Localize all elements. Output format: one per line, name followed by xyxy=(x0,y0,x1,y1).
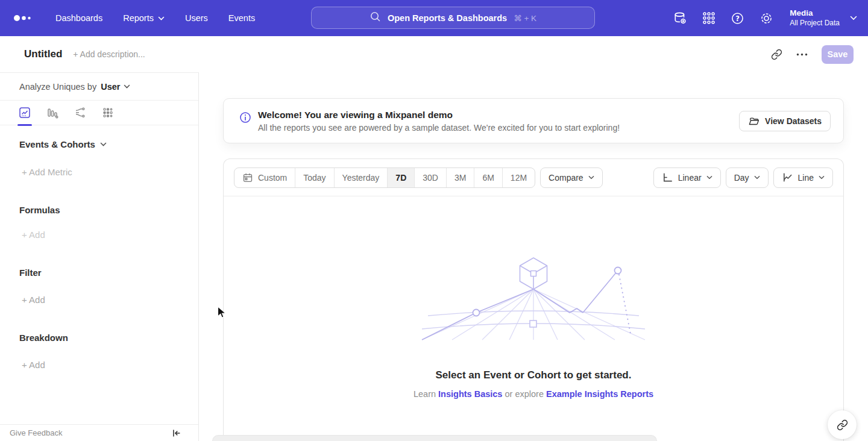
chevron-down-icon xyxy=(706,175,712,180)
learn-prefix: Learn xyxy=(414,389,436,399)
wireframe-illustration xyxy=(419,255,648,347)
global-search[interactable]: Open Reports & Dashboards ⌘ + K xyxy=(311,7,595,29)
search-shortcut: ⌘ + K xyxy=(514,13,536,23)
apps-grid-icon[interactable] xyxy=(702,11,715,25)
give-feedback-link[interactable]: Give Feedback xyxy=(10,428,62,437)
calendar-icon xyxy=(242,172,253,183)
copy-link-icon[interactable] xyxy=(771,49,782,60)
range-6m[interactable]: 6M xyxy=(474,168,502,187)
scale-label: Linear xyxy=(678,173,702,183)
chart-controls: Custom Today Yesterday 7D 30D 3M 6M 12M … xyxy=(224,159,843,196)
tab-bar-chart[interactable] xyxy=(46,101,58,125)
report-description-placeholder[interactable]: + Add description... xyxy=(73,49,145,59)
range-label: 30D xyxy=(423,173,438,183)
add-metric-button[interactable]: + Add Metric xyxy=(0,167,198,177)
settings-icon[interactable] xyxy=(760,11,773,25)
chevron-down-icon xyxy=(819,175,825,180)
or-explore-text: or explore xyxy=(505,389,543,399)
tab-retention-grid[interactable] xyxy=(102,101,114,125)
banner-text: Welcome! You are viewing a Mixpanel demo… xyxy=(258,110,620,133)
scale-dropdown[interactable]: Linear xyxy=(653,167,721,188)
project-name: Media xyxy=(790,8,840,19)
tab-flows[interactable] xyxy=(74,101,86,125)
project-switcher[interactable]: Media All Project Data xyxy=(790,8,840,28)
nav-item-users[interactable]: Users xyxy=(185,13,208,23)
header-actions: Save xyxy=(771,45,854,64)
tab-line-chart[interactable] xyxy=(19,101,31,125)
add-breakdown-button[interactable]: + Add xyxy=(0,360,198,370)
analyze-label: Analyze Uniques by xyxy=(19,82,96,92)
data-management-icon[interactable] xyxy=(673,11,687,25)
range-custom[interactable]: Custom xyxy=(234,168,295,187)
chevron-down-icon xyxy=(124,84,130,89)
mixpanel-logo[interactable] xyxy=(13,14,35,22)
chevron-down-icon xyxy=(850,16,857,20)
compare-label: Compare xyxy=(549,173,583,183)
flows-icon xyxy=(74,107,86,119)
nav-links: Dashboards Reports Users Events xyxy=(55,13,255,23)
chart-type-label: Line xyxy=(798,173,814,183)
chevron-down-icon xyxy=(100,142,107,146)
compare-dropdown[interactable]: Compare xyxy=(540,167,603,188)
analyze-value: User xyxy=(101,82,120,92)
range-label: Today xyxy=(303,173,326,183)
empty-state-links: Learn Insights Basics or explore Example… xyxy=(224,389,843,399)
range-3m[interactable]: 3M xyxy=(446,168,474,187)
interval-label: Day xyxy=(734,173,749,183)
nav-item-reports[interactable]: Reports xyxy=(123,13,165,23)
empty-state: Select an Event or Cohort to get started… xyxy=(224,255,843,399)
range-12m[interactable]: 12M xyxy=(502,168,535,187)
search-placeholder: Open Reports & Dashboards xyxy=(388,13,507,23)
add-formula-button[interactable]: + Add xyxy=(0,230,198,240)
example-insights-reports-link[interactable]: Example Insights Reports xyxy=(546,389,653,399)
demo-banner: Welcome! You are viewing a Mixpanel demo… xyxy=(223,98,844,143)
more-options-icon[interactable] xyxy=(796,53,808,56)
visualization-tabs xyxy=(0,101,198,125)
range-label: 6M xyxy=(482,173,494,183)
events-cohorts-heading[interactable]: Events & Cohorts xyxy=(0,139,198,149)
bottom-sheet-peek[interactable] xyxy=(212,435,657,441)
nav-item-label: Events xyxy=(228,13,255,23)
nav-item-dashboards[interactable]: Dashboards xyxy=(55,13,102,23)
share-link-fab[interactable] xyxy=(828,410,857,439)
analyze-row: Analyze Uniques by User xyxy=(0,73,198,101)
nav-item-label: Dashboards xyxy=(55,13,102,23)
chart-type-dropdown[interactable]: Line xyxy=(773,167,833,188)
view-datasets-button[interactable]: View Datasets xyxy=(739,111,831,131)
save-button[interactable]: Save xyxy=(822,45,854,64)
nav-item-events[interactable]: Events xyxy=(228,13,255,23)
range-label: Yesterday xyxy=(342,173,380,183)
range-label: 7D xyxy=(395,173,406,183)
svg-text:?: ? xyxy=(735,14,740,22)
section-label: Events & Cohorts xyxy=(19,139,95,149)
range-7d-selected[interactable]: 7D xyxy=(387,168,414,187)
project-scope: All Project Data xyxy=(790,19,840,28)
view-datasets-label: View Datasets xyxy=(765,116,822,126)
link-icon xyxy=(837,419,848,431)
filter-heading: Filter xyxy=(0,267,198,278)
linear-scale-icon xyxy=(662,172,673,183)
range-today[interactable]: Today xyxy=(295,168,333,187)
report-header: Untitled + Add description... Save xyxy=(0,36,868,72)
nav-right: ? Media All Project Data xyxy=(673,0,857,36)
sidebar-footer: Give Feedback xyxy=(0,424,198,441)
range-label: 12M xyxy=(511,173,527,183)
range-label: 3M xyxy=(454,173,466,183)
insights-basics-link[interactable]: Insights Basics xyxy=(438,389,502,399)
info-icon xyxy=(239,111,251,124)
empty-state-title: Select an Event or Cohort to get started… xyxy=(224,369,843,381)
search-icon xyxy=(370,11,381,25)
banner-subtitle: All the reports you see are powered by a… xyxy=(258,123,620,133)
analyze-by-dropdown[interactable]: User xyxy=(101,82,130,92)
nav-item-label: Users xyxy=(185,13,208,23)
report-title[interactable]: Untitled xyxy=(24,48,62,60)
line-chart-small-icon xyxy=(782,172,793,183)
collapse-sidebar-icon[interactable] xyxy=(171,428,181,439)
date-range-segmented-control: Custom Today Yesterday 7D 30D 3M 6M 12M xyxy=(234,167,535,188)
interval-dropdown[interactable]: Day xyxy=(726,167,769,188)
chevron-down-icon xyxy=(588,175,594,180)
range-30d[interactable]: 30D xyxy=(414,168,446,187)
help-icon[interactable]: ? xyxy=(731,11,744,25)
add-filter-button[interactable]: + Add xyxy=(0,295,198,305)
range-yesterday[interactable]: Yesterday xyxy=(334,168,388,187)
